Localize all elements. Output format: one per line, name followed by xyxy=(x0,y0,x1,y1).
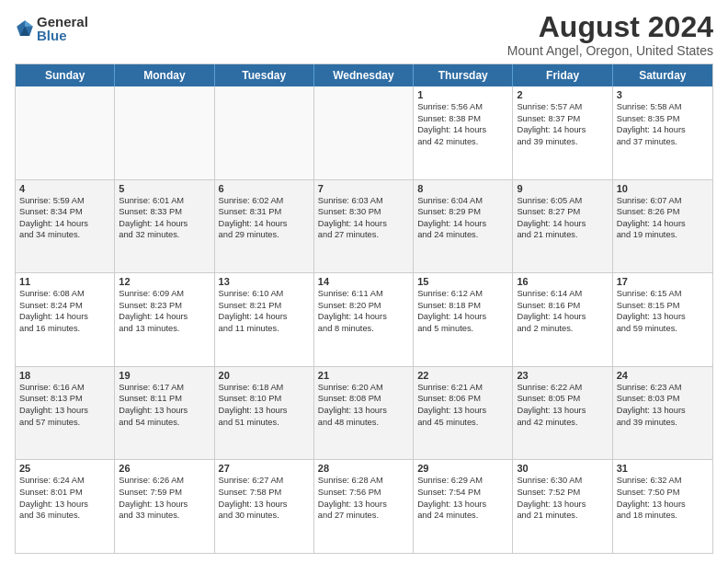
cell-info-line: Sunset: 8:05 PM xyxy=(517,393,608,405)
cell-info-line: and 29 minutes. xyxy=(219,229,310,241)
cell-info-line: Sunrise: 6:24 AM xyxy=(19,475,110,487)
logo-blue: Blue xyxy=(37,29,88,42)
cell-info-line: Sunrise: 5:59 AM xyxy=(19,195,110,207)
cell-info-line: and 33 minutes. xyxy=(119,510,210,522)
cell-info-line: Daylight: 14 hours xyxy=(219,311,310,323)
cell-info-line: Sunrise: 6:04 AM xyxy=(417,195,508,207)
cal-cell: 6Sunrise: 6:02 AMSunset: 8:31 PMDaylight… xyxy=(215,180,314,273)
cell-info-line: Sunrise: 6:17 AM xyxy=(119,382,210,394)
day-number: 2 xyxy=(517,89,608,100)
cal-cell: 2Sunrise: 5:57 AMSunset: 8:37 PMDaylight… xyxy=(513,86,612,179)
day-number: 21 xyxy=(318,370,409,381)
day-number: 13 xyxy=(219,276,310,287)
cal-cell: 4Sunrise: 5:59 AMSunset: 8:34 PMDaylight… xyxy=(16,180,115,273)
cell-info-line: and 13 minutes. xyxy=(119,323,210,335)
cell-info-line: Sunset: 8:35 PM xyxy=(617,113,709,125)
cal-cell: 12Sunrise: 6:09 AMSunset: 8:23 PMDayligh… xyxy=(115,273,214,366)
cell-info-line: Sunset: 8:15 PM xyxy=(617,300,709,312)
day-number: 29 xyxy=(417,463,508,474)
main-title: August 2024 xyxy=(507,11,713,43)
day-number: 26 xyxy=(119,463,210,474)
cell-info-line: Sunrise: 6:16 AM xyxy=(19,382,110,394)
cell-info-line: and 5 minutes. xyxy=(417,323,508,335)
day-number: 23 xyxy=(517,370,608,381)
cell-info-line: Daylight: 13 hours xyxy=(219,499,310,511)
cell-info-line: Sunset: 8:23 PM xyxy=(119,300,210,312)
cell-info-line: and 16 minutes. xyxy=(19,323,110,335)
cell-info-line: Sunrise: 6:23 AM xyxy=(617,382,709,394)
cell-info-line: and 24 minutes. xyxy=(417,510,508,522)
cell-info-line: Sunset: 8:30 PM xyxy=(318,206,409,218)
cell-info-line: and 37 minutes. xyxy=(617,136,709,148)
cell-info-line: Sunset: 8:37 PM xyxy=(517,113,608,125)
day-number: 20 xyxy=(219,370,310,381)
cell-info-line: Sunrise: 6:09 AM xyxy=(119,288,210,300)
cell-info-line: and 54 minutes. xyxy=(119,417,210,429)
day-number: 27 xyxy=(219,463,310,474)
cell-info-line: and 30 minutes. xyxy=(219,510,310,522)
cal-cell: 22Sunrise: 6:21 AMSunset: 8:06 PMDayligh… xyxy=(414,367,513,460)
logo-general: General xyxy=(37,15,88,29)
cell-info-line: Sunrise: 6:12 AM xyxy=(417,288,508,300)
cal-cell: 31Sunrise: 6:32 AMSunset: 7:50 PMDayligh… xyxy=(613,460,712,553)
day-number: 19 xyxy=(119,370,210,381)
cell-info-line: Sunset: 8:34 PM xyxy=(19,206,110,218)
cell-info-line: Daylight: 14 hours xyxy=(19,311,110,323)
day-number: 24 xyxy=(617,370,709,381)
cal-cell xyxy=(215,86,314,179)
cell-info-line: Daylight: 14 hours xyxy=(417,311,508,323)
subtitle: Mount Angel, Oregon, United States xyxy=(507,43,713,58)
cell-info-line: Sunrise: 6:28 AM xyxy=(318,475,409,487)
cell-info-line: Sunset: 8:08 PM xyxy=(318,393,409,405)
cal-cell: 9Sunrise: 6:05 AMSunset: 8:27 PMDaylight… xyxy=(513,180,612,273)
cell-info-line: Sunrise: 6:15 AM xyxy=(617,288,709,300)
cell-info-line: and 59 minutes. xyxy=(617,323,709,335)
day-number: 1 xyxy=(417,89,508,100)
cell-info-line: Sunrise: 6:03 AM xyxy=(318,195,409,207)
calendar-header: SundayMondayTuesdayWednesdayThursdayFrid… xyxy=(16,64,712,86)
logo-text: General Blue xyxy=(37,15,88,42)
cell-info-line: Daylight: 14 hours xyxy=(617,124,709,136)
cell-info-line: Daylight: 13 hours xyxy=(617,405,709,417)
cell-info-line: Daylight: 13 hours xyxy=(417,405,508,417)
cell-info-line: Sunrise: 6:18 AM xyxy=(219,382,310,394)
svg-marker-1 xyxy=(25,20,33,27)
cal-cell: 7Sunrise: 6:03 AMSunset: 8:30 PMDaylight… xyxy=(314,180,414,273)
cell-info-line: Sunset: 8:16 PM xyxy=(517,300,608,312)
cell-info-line: Daylight: 14 hours xyxy=(318,218,409,230)
cell-info-line: and 27 minutes. xyxy=(318,510,409,522)
cell-info-line: Sunset: 8:11 PM xyxy=(119,393,210,405)
cell-info-line: Daylight: 13 hours xyxy=(318,499,409,511)
cell-info-line: Sunset: 8:03 PM xyxy=(617,393,709,405)
cal-cell: 16Sunrise: 6:14 AMSunset: 8:16 PMDayligh… xyxy=(513,273,612,366)
cell-info-line: and 39 minutes. xyxy=(517,136,608,148)
cell-info-line: Sunset: 8:18 PM xyxy=(417,300,508,312)
cell-info-line: Daylight: 14 hours xyxy=(517,311,608,323)
cal-cell: 11Sunrise: 6:08 AMSunset: 8:24 PMDayligh… xyxy=(16,273,115,366)
cell-info-line: and 11 minutes. xyxy=(219,323,310,335)
cell-info-line: Sunrise: 6:32 AM xyxy=(617,475,709,487)
cal-cell: 17Sunrise: 6:15 AMSunset: 8:15 PMDayligh… xyxy=(613,273,712,366)
cell-info-line: Daylight: 14 hours xyxy=(219,218,310,230)
day-number: 5 xyxy=(119,183,210,194)
cell-info-line: Sunset: 8:20 PM xyxy=(318,300,409,312)
cell-info-line: Sunset: 8:33 PM xyxy=(119,206,210,218)
cal-cell: 29Sunrise: 6:29 AMSunset: 7:54 PMDayligh… xyxy=(414,460,513,553)
calendar-body: 1Sunrise: 5:56 AMSunset: 8:38 PMDaylight… xyxy=(16,86,712,553)
cell-info-line: Sunrise: 5:56 AM xyxy=(417,101,508,113)
cell-info-line: Sunrise: 6:02 AM xyxy=(219,195,310,207)
cell-info-line: Sunrise: 6:21 AM xyxy=(417,382,508,394)
cal-cell: 25Sunrise: 6:24 AMSunset: 8:01 PMDayligh… xyxy=(16,460,115,553)
cal-cell: 3Sunrise: 5:58 AMSunset: 8:35 PMDaylight… xyxy=(613,86,712,179)
cell-info-line: and 42 minutes. xyxy=(517,417,608,429)
cell-info-line: Sunset: 8:21 PM xyxy=(219,300,310,312)
day-number: 10 xyxy=(617,183,709,194)
cal-cell: 13Sunrise: 6:10 AMSunset: 8:21 PMDayligh… xyxy=(215,273,314,366)
day-number: 4 xyxy=(19,183,110,194)
cell-info-line: Sunrise: 6:20 AM xyxy=(318,382,409,394)
cell-info-line: Sunset: 7:54 PM xyxy=(417,487,508,499)
cell-info-line: Sunset: 7:50 PM xyxy=(617,487,709,499)
cell-info-line: Sunrise: 6:01 AM xyxy=(119,195,210,207)
header-day-friday: Friday xyxy=(513,64,612,86)
header: General Blue August 2024 Mount Angel, Or… xyxy=(15,11,713,58)
